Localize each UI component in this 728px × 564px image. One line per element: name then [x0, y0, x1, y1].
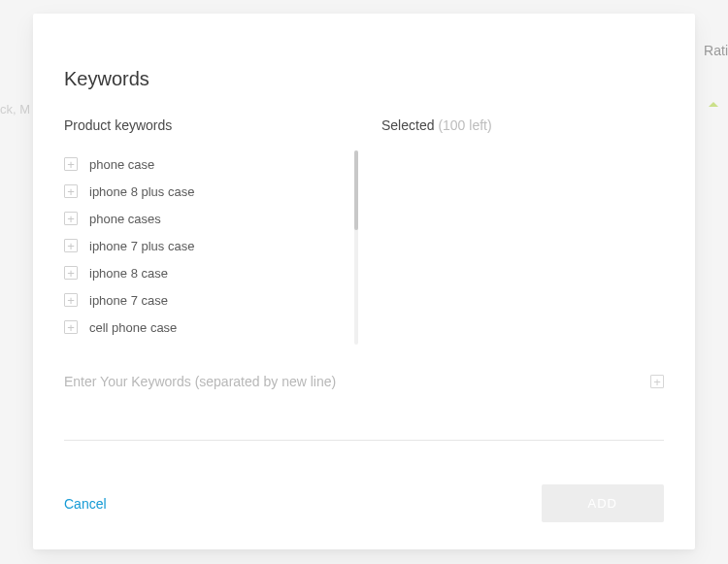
- product-keywords-header: Product keywords: [64, 117, 364, 133]
- background-column-label: Rati: [704, 43, 728, 58]
- keyword-label: iphone 8 plus case: [89, 184, 194, 199]
- keyword-lists: + phone case + iphone 8 plus case + phon…: [64, 150, 664, 354]
- add-keyword-plus-icon[interactable]: +: [650, 375, 664, 388]
- product-keywords-list: + phone case + iphone 8 plus case + phon…: [64, 150, 364, 354]
- keyword-item[interactable]: + cell phone case: [64, 314, 364, 341]
- keyword-item[interactable]: + phone case: [64, 150, 364, 178]
- keyword-input-row: +: [64, 374, 664, 441]
- modal-title: Keywords: [64, 68, 664, 90]
- keyword-item[interactable]: + iphone 7 plus case: [64, 232, 364, 259]
- keyword-input[interactable]: [64, 374, 650, 389]
- selected-header: Selected (100 left): [364, 117, 664, 133]
- keyword-label: phone case: [89, 157, 154, 172]
- plus-icon[interactable]: +: [64, 184, 78, 198]
- sort-arrow-up-icon: [709, 102, 718, 107]
- plus-icon[interactable]: +: [64, 212, 78, 225]
- keyword-item[interactable]: + iphone 7 case: [64, 286, 364, 314]
- plus-icon[interactable]: +: [64, 293, 78, 307]
- plus-icon[interactable]: +: [64, 266, 78, 280]
- keyword-item[interactable]: + iphone 8 case: [64, 259, 364, 286]
- modal-actions: Cancel ADD: [64, 448, 664, 522]
- plus-icon[interactable]: +: [64, 320, 78, 334]
- add-button[interactable]: ADD: [542, 484, 664, 522]
- keyword-item[interactable]: + phone cases: [64, 205, 364, 232]
- cancel-button[interactable]: Cancel: [64, 496, 107, 512]
- plus-icon[interactable]: +: [64, 157, 78, 171]
- keywords-modal: Keywords Product keywords Selected (100 …: [33, 14, 695, 549]
- keyword-item[interactable]: + iphone 8 plus case: [64, 178, 364, 205]
- keyword-label: iphone 7 case: [89, 293, 168, 308]
- background-text-left: ck, M: [0, 102, 30, 116]
- keyword-label: cell phone case: [89, 320, 177, 335]
- selected-header-label: Selected: [381, 117, 434, 133]
- plus-icon[interactable]: +: [64, 239, 78, 252]
- keyword-label: iphone 8 case: [89, 266, 168, 281]
- selected-remaining-count: (100 left): [438, 117, 491, 133]
- keyword-label: iphone 7 plus case: [89, 239, 194, 253]
- keyword-label: phone cases: [89, 212, 161, 226]
- columns-header: Product keywords Selected (100 left): [64, 117, 664, 133]
- selected-keywords-list: [364, 150, 664, 354]
- scrollbar-thumb[interactable]: [354, 150, 358, 230]
